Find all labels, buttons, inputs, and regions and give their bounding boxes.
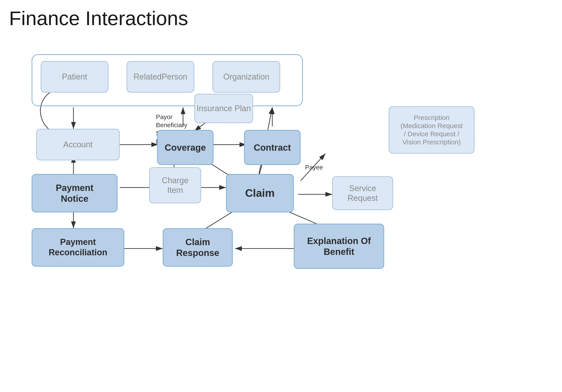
node-coverage: Coverage bbox=[157, 130, 213, 165]
node-organization: Organization bbox=[212, 61, 280, 93]
node-charge-item: Charge Item bbox=[149, 167, 201, 203]
node-contract: Contract bbox=[244, 130, 301, 165]
node-insurance-plan: Insurance Plan bbox=[194, 94, 253, 123]
page-title: Finance Interactions bbox=[9, 7, 188, 30]
node-service-request: Service Request bbox=[332, 176, 393, 210]
node-payment-notice: Payment Notice bbox=[32, 174, 117, 212]
node-prescription: Prescription (Medication Request / Devic… bbox=[389, 106, 475, 154]
node-claim-response: Claim Response bbox=[163, 228, 233, 267]
diagram-area: Patient RelatedPerson Organization Accou… bbox=[9, 41, 556, 384]
node-claim: Claim bbox=[226, 174, 294, 212]
node-account: Account bbox=[36, 129, 120, 161]
node-patient: Patient bbox=[41, 61, 108, 93]
label-payee: Payee bbox=[305, 164, 323, 171]
node-relatedperson: RelatedPerson bbox=[127, 61, 194, 93]
node-explanation-of-benefit: Explanation Of Benefit bbox=[294, 224, 384, 269]
node-payment-reconciliation: Payment Reconciliation bbox=[32, 228, 124, 267]
